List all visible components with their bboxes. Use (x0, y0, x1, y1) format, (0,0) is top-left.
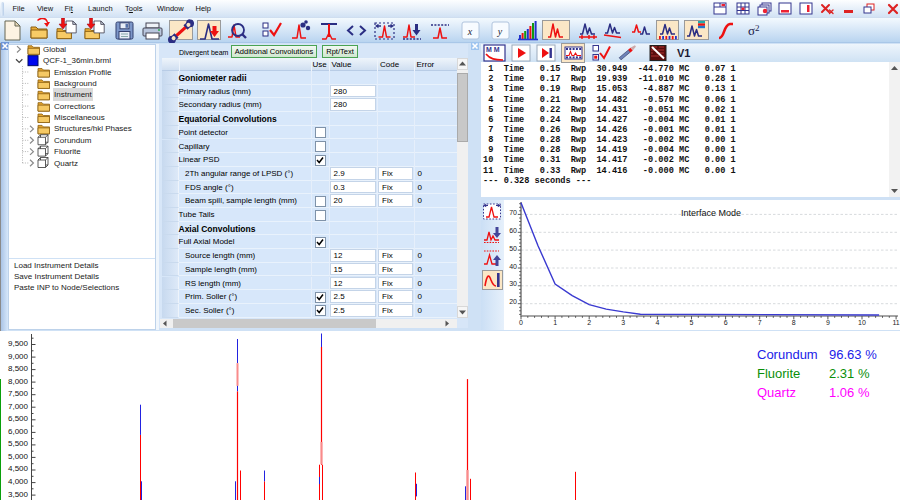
svg-text:y: y (497, 26, 503, 37)
svg-text:V1: V1 (677, 47, 690, 59)
svg-text:M M: M M (486, 46, 500, 53)
svg-text:x: x (467, 26, 473, 37)
svg-text:σ2: σ2 (748, 23, 760, 38)
